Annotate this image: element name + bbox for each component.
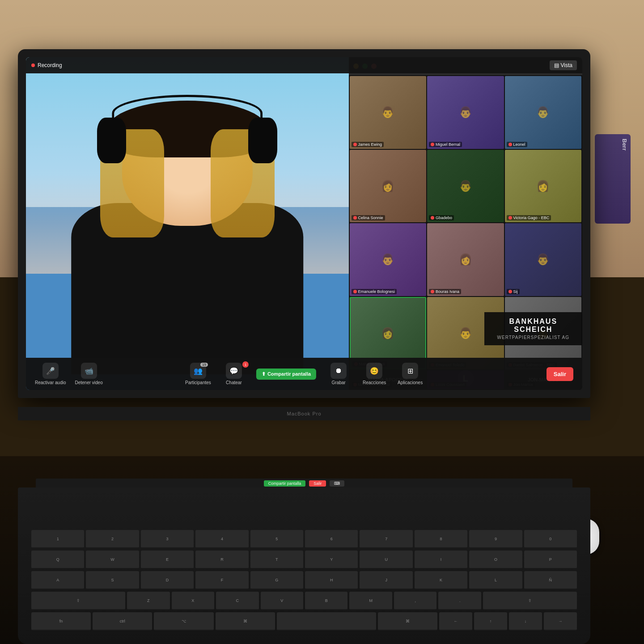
key-ctrl[interactable]: ctrl [93,612,152,631]
touch-bar-share[interactable]: Compartir pantalla [264,480,306,487]
share-screen-control[interactable]: ⬆ Compartir pantalla [256,369,316,380]
miguel-mute-icon [431,143,434,146]
key-s[interactable]: S [86,571,139,589]
headphone-band [112,95,263,132]
emanuele-mute-icon [353,290,357,293]
apps-label: Aplicaciones [398,380,423,385]
chat-badge: 1 [242,361,249,368]
key-n[interactable]: Ñ [524,571,577,589]
key-o[interactable]: O [469,551,522,569]
key-b[interactable]: B [305,592,347,610]
video-control[interactable]: 📹 Detener video [75,363,102,385]
bouras-name: Bouras Ivana [429,289,461,294]
celina-mute-icon [353,216,357,220]
james-mute-icon [353,143,357,146]
key-arrow-up[interactable]: ↑ [474,612,507,631]
victoria-mute-icon [508,216,512,220]
emanuele-name: Emanuele Bolognesi [352,289,397,294]
apps-control[interactable]: ⊞ Aplicaciones [397,363,424,385]
key-k[interactable]: K [415,571,467,589]
screen: Recording ▤ Vista [26,57,582,390]
key-period[interactable]: . [438,592,481,610]
key-h[interactable]: H [305,571,358,589]
key-arrow-right[interactable]: → [544,612,577,631]
key-a[interactable]: A [31,571,84,589]
zoom-toolbar: 🎤 Reactivar audio 📹 Detener video [26,358,582,390]
key-r[interactable]: R [195,551,248,569]
key-l[interactable]: L [469,571,522,589]
macbook-bezel: Recording ▤ Vista [18,49,590,398]
toolbar-center-group: 👥 Participantes 15 💬 Chatear 1 [185,363,424,385]
key-t[interactable]: T [250,551,303,569]
share-screen-button[interactable]: ⬆ Compartir pantalla [256,369,316,380]
participant-cell-james: 👨 James Ewing [350,76,426,149]
bankhaus-title: BANKHAUS SCHEICH [491,318,575,334]
key-arrow-left[interactable]: ← [439,612,472,631]
macbook: Recording ▤ Vista [18,49,590,438]
miguel-name: Miguel Bernal [429,142,462,147]
participants-control[interactable]: 👥 Participantes 15 [185,363,212,385]
share-screen-icon: ⬆ [262,371,266,377]
toolbar-left-group: 🎤 Reactivar audio 📹 Detener video [35,363,103,385]
key-g[interactable]: G [250,571,303,589]
keyboard-keys: 1 2 3 4 5 6 7 8 9 0 Q W E R T Y U I [31,530,577,631]
james-avatar: 👨 [350,76,426,149]
key-5[interactable]: 5 [250,530,303,548]
key-fn[interactable]: fn [31,612,91,631]
video-icon-wrap: 📹 [81,363,97,379]
vista-button[interactable]: ▤ Vista [550,60,577,70]
recording-label: Recording [38,62,62,68]
macbook-bottom-bar: MacBook Pro [18,407,590,420]
key-9[interactable]: 9 [469,530,522,548]
participants-label: Participantes [185,380,211,385]
key-3[interactable]: 3 [141,530,194,548]
key-c[interactable]: C [216,592,258,610]
key-i[interactable]: I [415,551,467,569]
key-d[interactable]: D [141,571,194,589]
touch-bar-exit[interactable]: Salir [309,480,326,487]
key-e[interactable]: E [141,551,194,569]
key-arrow-down[interactable]: ↓ [509,612,542,631]
key-m-key[interactable]: M [349,592,392,610]
key-y[interactable]: Y [305,551,358,569]
key-2[interactable]: 2 [86,530,139,548]
key-v[interactable]: V [261,592,303,610]
macbook-label: MacBook Pro [287,411,321,416]
participants-panel: ▬ ⊞ ⠿ 👨 James Ewing [349,57,582,390]
key-8[interactable]: 8 [415,530,467,548]
key-u[interactable]: U [360,551,412,569]
key-0[interactable]: 0 [524,530,577,548]
key-cmd-right[interactable]: ⌘ [378,612,437,631]
key-1[interactable]: 1 [31,530,84,548]
celina-avatar: 👩 [350,150,426,223]
key-f[interactable]: F [195,571,248,589]
key-j[interactable]: J [360,571,412,589]
key-w[interactable]: W [86,551,139,569]
key-4[interactable]: 4 [195,530,248,548]
emanuele-avatar: 👨 [350,223,426,296]
participant-cell-celina: 👩 Celina Sonnie [350,150,426,223]
key-row-bottom: fn ctrl ⌥ ⌘ ⌘ ← ↑ ↓ → [31,612,577,631]
key-space[interactable] [277,612,376,631]
key-shift-right[interactable]: ⇧ [483,592,577,610]
key-x[interactable]: X [172,592,214,610]
record-control[interactable]: ⏺ Grabar [325,363,352,385]
key-alt[interactable]: ⌥ [154,612,213,631]
key-p[interactable]: P [524,551,577,569]
key-q[interactable]: Q [31,551,84,569]
victoria-name: Victoria Gago - EBC [507,215,551,220]
key-6[interactable]: 6 [305,530,358,548]
key-7[interactable]: 7 [360,530,412,548]
exit-button[interactable]: Salir [547,367,573,381]
recording-dot [31,64,35,67]
reactions-control[interactable]: 😊 Reacciones [361,363,388,385]
key-cmd-left[interactable]: ⌘ [216,612,275,631]
audio-control[interactable]: 🎤 Reactivar audio [35,363,66,385]
apps-icon-wrap: ⊞ [402,363,418,379]
key-comma[interactable]: , [394,592,436,610]
key-shift-left[interactable]: ⇧ [31,592,125,610]
victoria-avatar: 👩 [505,150,581,223]
chat-control[interactable]: 💬 Chatear 1 [220,363,247,385]
gbadebo-avatar: 👨 [427,150,504,223]
key-z[interactable]: Z [127,592,169,610]
